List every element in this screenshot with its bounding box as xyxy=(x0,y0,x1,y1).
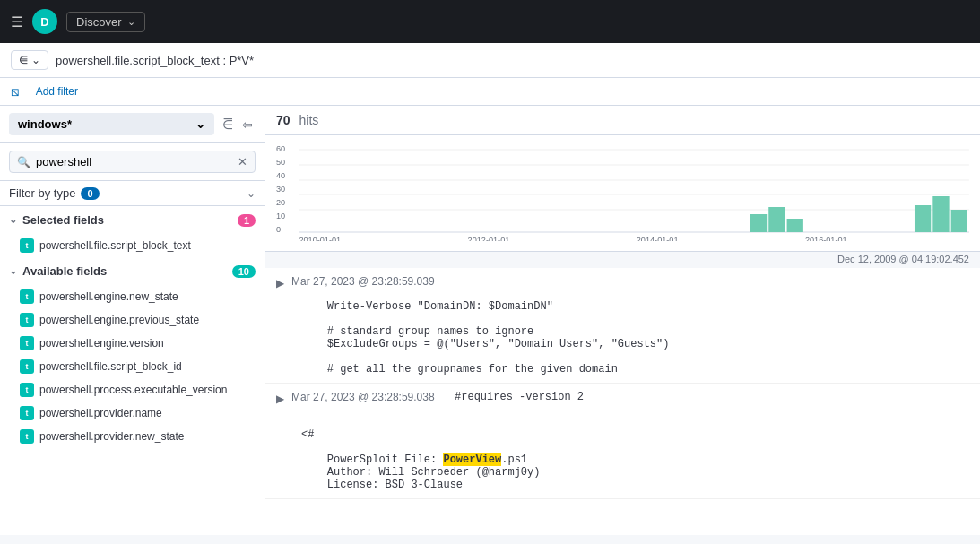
top-navigation: ☰ D Discover ⌄ xyxy=(0,0,980,43)
field-type-icon: t xyxy=(20,289,34,304)
field-type-icon: t xyxy=(20,383,34,397)
svg-text:10: 10 xyxy=(276,212,285,220)
selected-fields-chevron-icon: ⌄ xyxy=(9,214,17,226)
svg-rect-13 xyxy=(750,214,767,232)
svg-text:60: 60 xyxy=(276,144,285,153)
available-field-item[interactable]: tpowershell.provider.new_state xyxy=(0,425,265,448)
available-fields-chevron-icon: ⌄ xyxy=(9,265,17,277)
timestamp-corner: Dec 12, 2009 @ 04:19:02.452 xyxy=(265,252,980,268)
svg-text:30: 30 xyxy=(276,185,285,194)
sidebar-top: windows* ⌄ ⋶ ⇦ xyxy=(0,106,265,143)
result-timestamp: Mar 27, 2023 @ 23:28:59.039 xyxy=(291,275,435,288)
index-chevron-icon: ⌄ xyxy=(31,54,40,66)
index-selector[interactable]: ⋹ ⌄ xyxy=(11,50,48,70)
result-row: ▶ Mar 27, 2023 @ 23:28:59.038 #requires … xyxy=(265,384,980,499)
search-bar: ⋹ ⌄ xyxy=(0,43,980,78)
filter-icon[interactable]: ⧅ xyxy=(11,83,20,99)
result-content-block: Write-Verbose "DomainDN: $DomainDN" # st… xyxy=(265,297,980,383)
highlight-powerview: PowerView xyxy=(443,453,501,466)
svg-text:20: 20 xyxy=(276,198,285,207)
field-name-label: powershell.process.executable_version xyxy=(39,384,227,396)
available-fields-list: tpowershell.engine.new_statetpowershell.… xyxy=(0,285,265,448)
available-field-item[interactable]: tpowershell.provider.name xyxy=(0,402,265,425)
app-selector[interactable]: Discover ⌄ xyxy=(66,12,145,32)
result-row-header[interactable]: ▶ Mar 27, 2023 @ 23:28:59.038 #requires … xyxy=(265,384,980,412)
filter-type-chevron-icon[interactable]: ⌄ xyxy=(247,187,256,200)
available-field-item[interactable]: tpowershell.file.script_block_id xyxy=(0,355,265,378)
data-view-label: windows* xyxy=(18,117,72,131)
field-search-text-input[interactable] xyxy=(36,155,232,168)
app-name: Discover xyxy=(76,15,122,29)
expand-row-icon[interactable]: ▶ xyxy=(276,393,284,405)
kql-search-input[interactable] xyxy=(56,54,969,67)
svg-text:2010-01-01: 2010-01-01 xyxy=(299,236,341,241)
available-fields-label: Available fields xyxy=(22,264,107,278)
svg-text:40: 40 xyxy=(276,171,285,180)
result-row: ▶ Mar 27, 2023 @ 23:28:59.039 Write-Verb… xyxy=(265,268,980,384)
available-fields-header[interactable]: ⌄ Available fields 10 xyxy=(0,257,265,285)
collapse-icon[interactable]: ⇦ xyxy=(239,115,256,134)
filter-bar: ⧅ + Add filter xyxy=(0,78,980,106)
field-type-icon: t xyxy=(20,359,34,374)
hamburger-icon[interactable]: ☰ xyxy=(11,13,23,30)
result-row-header[interactable]: ▶ Mar 27, 2023 @ 23:28:59.039 xyxy=(265,268,980,297)
available-field-item[interactable]: tpowershell.process.executable_version xyxy=(0,378,265,402)
add-filter-button[interactable]: + Add filter xyxy=(27,85,78,98)
fields-section: ⌄ Selected fields 1 tpowershell.file.scr… xyxy=(0,206,265,535)
svg-rect-18 xyxy=(951,210,967,232)
data-view-button[interactable]: windows* ⌄ xyxy=(9,113,214,135)
field-search-box: 🔍 ✕ xyxy=(0,143,265,181)
available-fields-count-badge: 10 xyxy=(232,265,256,278)
svg-text:2016-01-01: 2016-01-01 xyxy=(805,236,847,241)
svg-rect-14 xyxy=(768,207,785,232)
results-area: ▶ Mar 27, 2023 @ 23:28:59.039 Write-Verb… xyxy=(265,268,980,535)
available-field-item[interactable]: tpowershell.engine.previous_state xyxy=(0,308,265,332)
filter-type-count-badge: 0 xyxy=(81,187,99,200)
filter-by-type-label: Filter by type 0 xyxy=(9,186,100,200)
field-name-label: powershell.provider.new_state xyxy=(39,430,184,443)
hits-count: 70 xyxy=(276,113,291,127)
svg-text:50: 50 xyxy=(276,158,285,167)
field-type-icon: t xyxy=(20,313,34,327)
svg-rect-17 xyxy=(932,196,949,232)
clear-field-search-icon[interactable]: ✕ xyxy=(238,155,247,168)
selected-fields-header[interactable]: ⌄ Selected fields 1 xyxy=(0,206,265,234)
svg-text:2012-01-01: 2012-01-01 xyxy=(468,236,510,241)
field-name-label: powershell.engine.new_state xyxy=(39,290,178,303)
available-field-item[interactable]: tpowershell.engine.version xyxy=(0,332,265,355)
histogram-chart: 60 50 40 30 20 10 0 xyxy=(276,142,969,241)
hits-bar: 70 hits xyxy=(265,106,980,135)
available-field-item[interactable]: tpowershell.engine.new_state xyxy=(0,285,265,308)
grid-icon[interactable]: ⋶ xyxy=(220,115,236,134)
field-name-label: powershell.file.script_block_text xyxy=(39,239,191,252)
field-name-label: powershell.provider.name xyxy=(39,407,162,419)
svg-text:2014-01-01: 2014-01-01 xyxy=(637,236,679,241)
sidebar: windows* ⌄ ⋶ ⇦ 🔍 ✕ Filter by type 0 xyxy=(0,106,265,535)
avatar[interactable]: D xyxy=(32,9,57,34)
hits-label: hits xyxy=(299,113,319,127)
main-layout: windows* ⌄ ⋶ ⇦ 🔍 ✕ Filter by type 0 xyxy=(0,106,980,535)
selected-field-item[interactable]: tpowershell.file.script_block_text xyxy=(0,234,265,257)
field-type-icon: t xyxy=(20,429,34,444)
field-type-icon: t xyxy=(20,406,34,420)
field-type-icon: t xyxy=(20,238,34,253)
content-area: 70 hits 60 50 40 30 20 10 0 xyxy=(265,106,980,535)
result-timestamp: Mar 27, 2023 @ 23:28:59.038 xyxy=(291,391,435,403)
filter-by-type-row: Filter by type 0 ⌄ xyxy=(0,181,265,206)
svg-rect-15 xyxy=(787,219,803,232)
field-type-icon: t xyxy=(20,336,34,350)
selected-fields-label: Selected fields xyxy=(22,213,104,227)
result-content-block: <# PowerSploit File: PowerView.ps1 Autho… xyxy=(265,412,980,498)
sidebar-icon-row: ⋶ ⇦ xyxy=(220,115,256,134)
chart-area: 60 50 40 30 20 10 0 xyxy=(265,135,980,252)
expand-row-icon[interactable]: ▶ xyxy=(276,277,284,289)
app-chevron-icon: ⌄ xyxy=(127,16,135,28)
search-input-container xyxy=(56,54,969,67)
field-name-label: powershell.engine.previous_state xyxy=(39,314,199,326)
svg-rect-16 xyxy=(915,205,931,232)
field-search-input-wrapper[interactable]: 🔍 ✕ xyxy=(9,151,256,173)
selected-fields-count-badge: 1 xyxy=(238,214,256,227)
data-view-chevron-icon: ⌄ xyxy=(195,117,205,131)
result-inline-content: #requires -version 2 xyxy=(442,391,969,403)
field-name-label: powershell.engine.version xyxy=(39,337,164,350)
